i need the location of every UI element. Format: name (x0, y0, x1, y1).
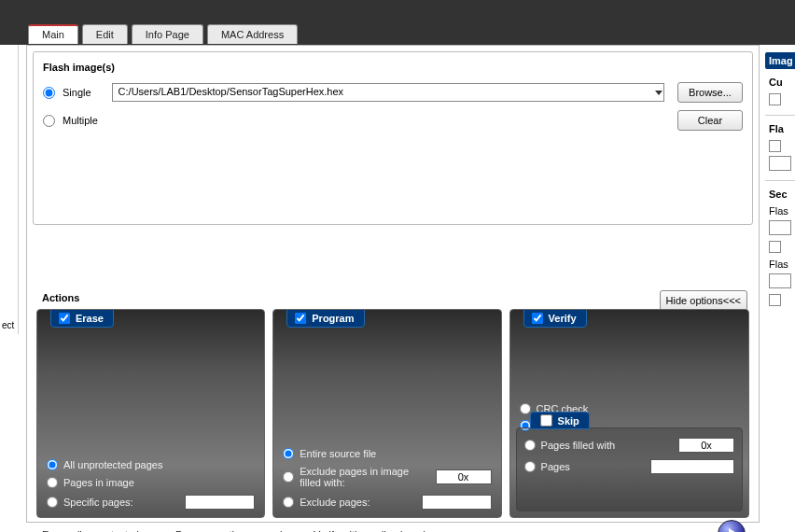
main-panel: Flash image(s) Single C:/Users/LAB1/Desk… (26, 45, 760, 523)
side-checkbox-2[interactable] (769, 140, 781, 152)
label-skip-pages: Pages (541, 461, 570, 472)
tab-info-page[interactable]: Info Page (132, 24, 203, 44)
label-prog-entire: Entire source file (300, 448, 376, 459)
left-label: ect (2, 320, 14, 330)
side-label-cu: Cu (765, 77, 795, 88)
side-input-3[interactable] (769, 273, 791, 288)
radio-prog-exclude[interactable] (283, 497, 294, 508)
input-prog-exclude-val[interactable] (436, 469, 492, 484)
radio-prog-exclude-filled[interactable] (283, 471, 294, 483)
radio-skip-filled[interactable] (524, 440, 536, 451)
hide-options-button[interactable]: Hide options<<< (660, 290, 747, 311)
erase-checkbox[interactable] (59, 313, 70, 324)
label-prog-exclude: Exclude pages: (300, 497, 370, 508)
radio-erase-image[interactable] (47, 477, 58, 488)
program-label: Program (312, 313, 354, 324)
flash-images-title: Flash image(s) (43, 62, 743, 73)
flash-images-section: Flash image(s) Single C:/Users/LAB1/Desk… (33, 51, 753, 225)
actions-row: Erase All unprotected pages Pages in ima… (36, 309, 749, 518)
verify-label: Verify (549, 313, 577, 324)
side-checkbox-1[interactable] (769, 93, 781, 105)
label-prog-exclude-filled: Exclude pages in image filled with: (300, 466, 424, 488)
browse-button[interactable]: Browse... (677, 82, 743, 103)
label-erase-specific: Specific pages: (63, 497, 133, 508)
verify-checkbox[interactable] (532, 313, 543, 324)
label-erase-all: All unprotected pages (63, 459, 162, 470)
side-label-sec: Sec (765, 189, 795, 200)
side-label-flas2: Flas (769, 259, 795, 270)
left-panel-sliver: ect (0, 45, 19, 334)
label-erase-image: Pages in image (63, 477, 134, 488)
label-skip-filled: Pages filled with (541, 440, 616, 451)
skip-label: Skip (558, 415, 579, 427)
tab-main[interactable]: Main (28, 24, 78, 44)
side-checkbox-3[interactable] (769, 241, 781, 253)
clear-button[interactable]: Clear (677, 110, 743, 131)
erase-tab[interactable]: Erase (50, 309, 114, 328)
path-dropdown-icon[interactable] (655, 91, 662, 95)
tab-edit[interactable]: Edit (82, 24, 128, 44)
side-label-fla: Fla (765, 123, 795, 134)
radio-erase-specific[interactable] (47, 497, 58, 508)
verify-tab[interactable]: Verify (523, 309, 587, 328)
radio-verify-crc[interactable] (520, 403, 531, 414)
radio-skip-pages[interactable] (524, 461, 536, 472)
side-label-flas1: Flas (769, 205, 795, 217)
side-input-2[interactable] (769, 220, 791, 235)
actions-title: Actions (42, 292, 79, 303)
program-panel: Program Entire source file Exclude pages… (272, 309, 501, 518)
radio-erase-all[interactable] (47, 459, 58, 470)
radio-single[interactable] (43, 87, 55, 99)
input-erase-specific[interactable] (185, 495, 255, 510)
side-tab-image[interactable]: Imag (765, 52, 795, 69)
input-skip-filled[interactable] (678, 438, 734, 453)
program-tab[interactable]: Program (286, 309, 364, 328)
verify-panel: Verify CRC check Readback Skip (509, 309, 749, 518)
skip-checkbox[interactable] (540, 414, 552, 427)
tab-mac-address[interactable]: MAC Address (207, 24, 298, 44)
play-button[interactable] (718, 520, 746, 532)
side-checkbox-4[interactable] (769, 294, 781, 306)
program-checkbox[interactable] (295, 313, 306, 324)
input-skip-pages[interactable] (650, 459, 734, 474)
image-path-input[interactable]: C:/Users/LAB1/Desktop/SensorTagSuperHex.… (112, 83, 664, 102)
label-single: Single (63, 87, 91, 98)
side-input-1[interactable] (769, 156, 791, 171)
input-prog-exclude[interactable] (422, 495, 492, 510)
erase-label: Erase (76, 313, 104, 324)
label-multiple: Multiple (63, 115, 98, 126)
skip-box: Skip Pages filled with Pages (516, 427, 743, 511)
main-tabs: Main Edit Info Page MAC Address (28, 24, 298, 44)
erase-panel: Erase All unprotected pages Pages in ima… (36, 309, 265, 518)
radio-prog-entire[interactable] (283, 448, 294, 459)
radio-multiple[interactable] (43, 115, 55, 127)
skip-tab[interactable]: Skip (530, 412, 590, 429)
right-side-panel: Imag Cu Fla Sec Flas Flas (765, 52, 795, 519)
